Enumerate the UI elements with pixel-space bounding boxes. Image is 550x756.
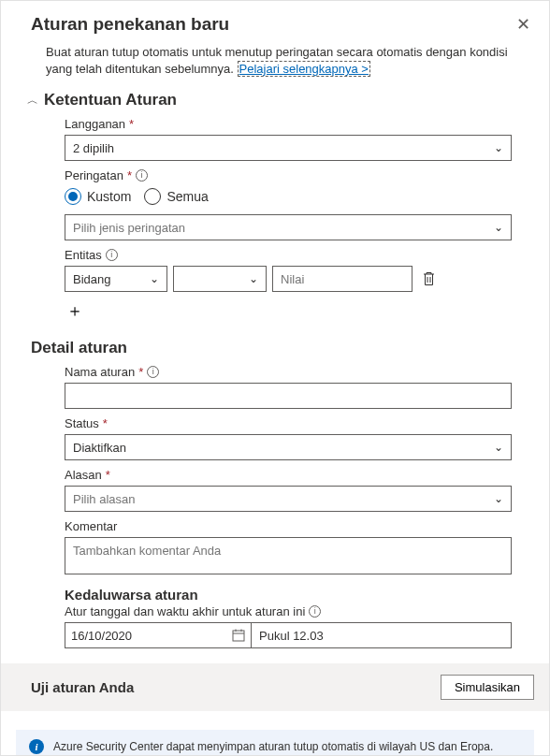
comment-label: Komentar: [65, 519, 117, 533]
comment-textarea[interactable]: [65, 537, 512, 574]
rule-name-input[interactable]: [65, 383, 512, 409]
required-marker: *: [129, 117, 134, 131]
trash-icon: [422, 271, 436, 286]
alert-type-select[interactable]: Pilih jenis peringatan ⌄: [65, 214, 512, 240]
expiration-date-value: 16/10/2020: [71, 629, 132, 643]
chevron-down-icon: ⌄: [249, 272, 258, 285]
subscription-value: 2 dipilih: [73, 141, 114, 155]
reason-select[interactable]: Pilih alasan ⌄: [65, 486, 512, 512]
required-marker: *: [103, 416, 108, 430]
info-banner-text: Azure Security Center dapat menyimpan at…: [53, 740, 493, 753]
entity-field-select[interactable]: Bidang ⌄: [65, 266, 167, 292]
close-icon: ✕: [516, 15, 530, 34]
chevron-down-icon: ⌄: [494, 141, 503, 154]
chevron-down-icon: ⌄: [494, 441, 503, 454]
plus-icon: ＋: [66, 301, 83, 320]
expiration-desc: Atur tanggal dan waktu akhir untuk atura…: [65, 604, 305, 618]
info-icon[interactable]: i: [309, 605, 321, 618]
delete-entity-button[interactable]: [418, 271, 440, 286]
chevron-down-icon: ⌄: [494, 221, 503, 234]
reason-placeholder: Pilih alasan: [73, 492, 136, 506]
subscription-select[interactable]: 2 dipilih ⌄: [65, 135, 512, 161]
description-text: Buat aturan tutup otomatis untuk menutup…: [1, 35, 549, 78]
alerts-radio-custom[interactable]: Kustom: [65, 188, 131, 205]
required-marker: *: [127, 168, 132, 182]
status-value: Diaktifkan: [73, 441, 126, 455]
rule-name-label: Nama aturan: [65, 365, 135, 379]
status-label: Status: [65, 416, 99, 430]
reason-label: Alasan: [65, 468, 102, 482]
expiration-time-input[interactable]: Pukul 12.03: [252, 622, 512, 648]
info-icon[interactable]: i: [106, 249, 118, 261]
close-button[interactable]: ✕: [513, 14, 534, 35]
expiration-time-value: Pukul 12.03: [259, 629, 324, 643]
subscription-label: Langganan: [65, 117, 125, 131]
chevron-up-icon: ︿: [27, 93, 38, 109]
entity-value-input[interactable]: [272, 266, 412, 292]
chevron-down-icon: ⌄: [494, 492, 503, 505]
chevron-down-icon: ⌄: [150, 272, 159, 285]
expiration-title: Kedaluwarsa aturan: [65, 587, 512, 603]
entity-operator-select[interactable]: ⌄: [173, 266, 267, 292]
conditions-title: Ketentuan Aturan: [44, 91, 177, 109]
alerts-radio-custom-label: Kustom: [87, 189, 131, 204]
expiration-date-input[interactable]: 16/10/2020: [65, 622, 252, 648]
page-title: Aturan penekanan baru: [31, 14, 229, 35]
learn-more-link[interactable]: Pelajari selengkapnya >: [238, 61, 370, 77]
alerts-label: Peringatan: [65, 168, 123, 182]
svg-rect-0: [233, 631, 244, 641]
simulate-button[interactable]: Simulasikan: [441, 675, 534, 700]
required-marker: *: [106, 468, 110, 482]
entities-label: Entitas: [65, 248, 102, 262]
info-icon[interactable]: i: [136, 169, 148, 182]
alerts-radio-all-label: Semua: [166, 189, 208, 204]
alert-type-placeholder: Pilih jenis peringatan: [73, 221, 185, 235]
test-rule-title: Uji aturan Anda: [31, 679, 134, 695]
entity-field-value: Bidang: [73, 272, 110, 286]
conditions-section-header[interactable]: ︿ Ketentuan Aturan: [1, 78, 549, 109]
details-title: Detail aturan: [1, 322, 549, 357]
calendar-icon: [232, 629, 245, 642]
add-entity-button[interactable]: ＋: [65, 299, 85, 322]
info-icon[interactable]: i: [147, 366, 159, 378]
status-select[interactable]: Diaktifkan ⌄: [65, 434, 512, 460]
info-icon: i: [29, 739, 44, 754]
required-marker: *: [138, 365, 143, 379]
alerts-radio-all[interactable]: Semua: [144, 188, 208, 205]
info-banner: i Azure Security Center dapat menyimpan …: [16, 730, 534, 756]
